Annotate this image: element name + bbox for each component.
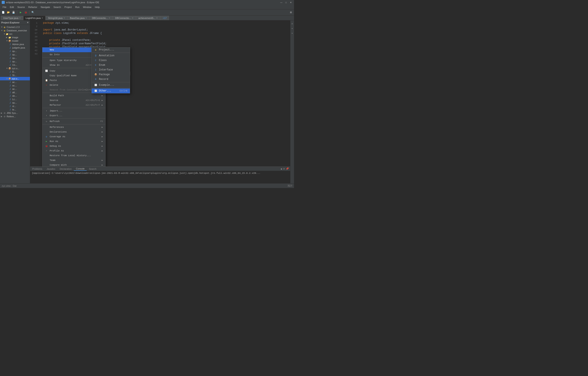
tab-stringutil-close[interactable]: ✕ xyxy=(64,17,65,19)
tree-item-qu3[interactable]: J qu... xyxy=(0,56,30,60)
menu-help[interactable]: Help xyxy=(93,5,101,9)
menu-file[interactable]: File xyxy=(1,5,8,9)
context-menu-item-export[interactable]: ⬆ Export... xyxy=(42,113,105,118)
context-menu-item-declarations[interactable]: Declarations ▶ xyxy=(42,130,105,134)
context-menu-item-refresh[interactable]: ↻ Refresh F5 xyxy=(42,119,105,124)
new-submenu-interface[interactable]: I Interface xyxy=(92,67,130,72)
menu-window[interactable]: Window xyxy=(81,5,93,9)
tab-basedao-close[interactable]: ✕ xyxy=(85,17,87,19)
right-panel-btn1[interactable]: ≡ xyxy=(290,21,294,26)
menu-navigate[interactable]: Navigate xyxy=(39,5,52,9)
tab-loginfrm[interactable]: LoginFrm.java ✕ xyxy=(23,16,46,20)
context-menu-item-source[interactable]: Source Alt+Shift+S ▶ xyxy=(42,98,105,103)
run-button[interactable]: ▶ xyxy=(18,10,23,15)
editor-area[interactable]: 1 package zyz.view; 2 3⊕ import java.awt… xyxy=(30,21,290,167)
tree-item-src[interactable]: ▼ 📁 src xyxy=(0,32,30,36)
tab-loginfrm-close[interactable]: ✕ xyxy=(42,17,43,19)
console-clear-icon[interactable]: ⊘ xyxy=(283,167,285,170)
tree-item-course[interactable]: ▼ ◉ Course1.2.3 xyxy=(0,25,30,29)
tree-item-zyzv[interactable]: ▼ 📦 zyz.v... xyxy=(0,77,30,80)
context-menu-item-profileas[interactable]: ⚡ Profile As ▶ xyxy=(42,148,105,153)
new-submenu-class[interactable]: C Class xyxy=(92,58,130,63)
context-menu-item-references[interactable]: References ▶ xyxy=(42,125,105,130)
context-menu-item-coverageas[interactable]: ◎ Coverage As ▶ xyxy=(42,134,105,139)
tree-item-lc[interactable]: J Lc... xyxy=(0,98,30,101)
bottom-tab-search[interactable]: Search xyxy=(87,167,98,171)
tree-item-ac3[interactable]: J ac... xyxy=(0,87,30,91)
close-button[interactable]: ✕ xyxy=(289,1,292,4)
tab-basedao[interactable]: BaseDao.java ✕ xyxy=(67,16,90,20)
tab-dbconn2-close[interactable]: ✕ xyxy=(132,17,133,19)
menu-edit[interactable]: Edit xyxy=(8,5,16,9)
new-submenu-record[interactable]: R Record xyxy=(92,77,130,82)
context-menu-item-buildpath[interactable]: Build Path ▶ xyxy=(42,93,105,98)
console-stop-icon[interactable]: ■ xyxy=(281,167,282,170)
tree-item-qu2[interactable]: J qu... xyxy=(0,53,30,56)
tree-item-te[interactable]: J te... xyxy=(0,108,30,111)
tree-item-st[interactable]: J St... xyxy=(0,73,30,77)
context-menu-item-comparewith[interactable]: Compare With ▶ xyxy=(42,163,105,167)
context-menu-item-restore[interactable]: Restore from Local History... xyxy=(42,153,105,158)
perspective-button[interactable]: ⊞ xyxy=(288,10,293,15)
right-panel-btn3[interactable]: ● xyxy=(290,31,294,35)
new-submenu-package[interactable]: 📦 Package xyxy=(92,72,130,77)
menu-run[interactable]: Run xyxy=(74,5,81,9)
sidebar-close-icon[interactable]: ✕ xyxy=(27,21,29,24)
bottom-tab-javadoc[interactable]: Javadoc xyxy=(44,167,57,171)
context-menu-item-debugas[interactable]: 🐞 Debug As ▶ xyxy=(42,144,105,148)
tab-dbconn1-close[interactable]: ✕ xyxy=(109,17,110,19)
menu-search[interactable]: Search xyxy=(52,5,63,9)
tab-achievements[interactable]: achievementS... ✕ xyxy=(136,16,160,20)
bottom-tab-declaration[interactable]: Declaration xyxy=(57,167,74,171)
context-menu-item-team[interactable]: Team ▶ xyxy=(42,158,105,163)
save-button[interactable]: 💾 xyxy=(11,10,16,15)
tab-more[interactable]: +17 xyxy=(160,16,169,20)
bottom-tab-problems[interactable]: Problems xyxy=(30,167,44,171)
tree-item-qu4[interactable]: J qu... xyxy=(0,60,30,63)
menu-source[interactable]: Source xyxy=(16,5,27,9)
tree-item-jre[interactable]: ▶ ⚙ JRE Sys... xyxy=(0,111,30,115)
tab-achievements-close[interactable]: ✕ xyxy=(156,17,158,19)
tree-item-zyzu[interactable]: ▼ 📦 zyz.u... xyxy=(0,67,30,70)
tree-item-model[interactable]: ▼ 📦 model xyxy=(0,39,30,42)
context-menu-overlay[interactable]: New ▶ Go Into Open Type Hierarchy F4 xyxy=(30,21,290,167)
tree-item-alt[interactable]: J alt... xyxy=(0,91,30,94)
tree-item-ac2[interactable]: J ac... xyxy=(0,84,30,87)
tab-usertype[interactable]: UserType.java ✕ xyxy=(1,16,23,20)
new-submenu-enum[interactable]: E Enum xyxy=(92,63,130,67)
tree-item-judgein[interactable]: J judgeIn.java xyxy=(0,46,30,49)
tab-dbconn2[interactable]: DBConnectio... ✕ xyxy=(113,16,136,20)
menu-refactor[interactable]: Refactor xyxy=(27,5,39,9)
bottom-tab-console[interactable]: Console xyxy=(74,167,87,171)
open-button[interactable]: 📂 xyxy=(6,10,11,15)
context-menu-item-refactor[interactable]: Refactor Alt+Shift+T ▶ xyxy=(42,103,105,107)
tree-item-us[interactable]: J Us... xyxy=(0,63,30,67)
console-pin-icon[interactable]: 📌 xyxy=(286,167,289,170)
context-menu-item-runas[interactable]: ▶ Run As ▶ xyxy=(42,139,105,144)
search-button[interactable]: 🔍 xyxy=(31,10,35,15)
tab-dbconn1[interactable]: DBConnectio... ✕ xyxy=(89,16,113,20)
tree-item-de[interactable]: J de... xyxy=(0,94,30,98)
tree-item-d[interactable]: J D... xyxy=(0,70,30,73)
debug-button[interactable]: 🐞 xyxy=(23,10,28,15)
new-submenu-example[interactable]: ⬜ Example... xyxy=(92,83,130,87)
new-submenu-other[interactable]: ⬜ Other... Ctrl+N xyxy=(92,89,130,93)
tab-stringutil[interactable]: StringUtil.java ✕ xyxy=(46,16,67,20)
tree-item-dbex[interactable]: ▼ ◉ Database_exercise xyxy=(0,29,30,32)
new-submenu-annotation[interactable]: @ Annotation xyxy=(92,53,130,58)
new-button[interactable]: 📄 xyxy=(1,10,6,15)
minimize-button[interactable]: — xyxy=(280,1,283,4)
right-panel-btn2[interactable]: ● xyxy=(290,26,294,31)
context-menu-item-import[interactable]: ⬇ Import... xyxy=(42,108,105,113)
tree-item-ac1[interactable]: J ac... xyxy=(0,80,30,84)
tab-usertype-close[interactable]: ✕ xyxy=(19,17,21,19)
new-submenu-project[interactable]: ◉ Project... xyxy=(92,47,130,52)
tree-item-qu1[interactable]: J qu... xyxy=(0,49,30,53)
menu-project[interactable]: Project xyxy=(63,5,73,9)
tree-item-qu-v[interactable]: J qu... xyxy=(0,101,30,104)
tree-item-refere[interactable]: ▶ ⚙ Refere... xyxy=(0,115,30,118)
maximize-button[interactable]: □ xyxy=(284,1,288,4)
tree-item-image[interactable]: ▶ 📁 image xyxy=(0,36,30,39)
tree-item-st-v[interactable]: J st... xyxy=(0,104,30,108)
tree-item-admin[interactable]: J Admin.java xyxy=(0,42,30,46)
